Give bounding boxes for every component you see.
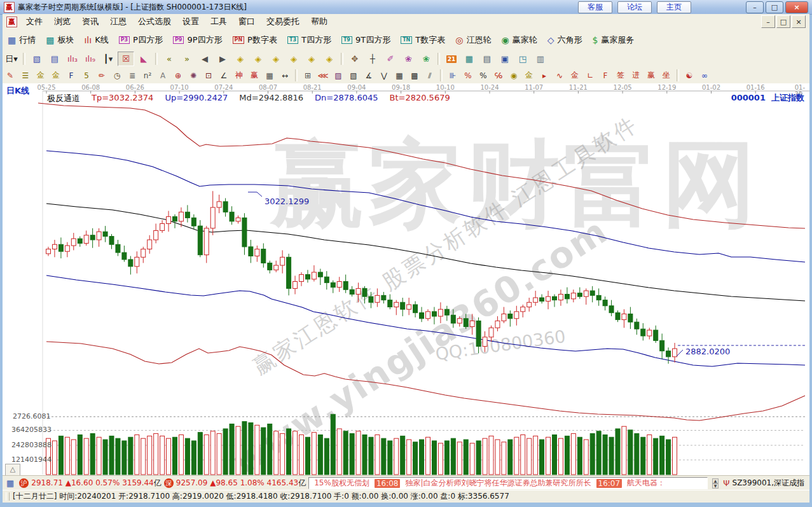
menu-8[interactable]: 交易委托 xyxy=(261,15,305,29)
tool-9t-square-button[interactable]: T99T四方形 xyxy=(336,32,396,48)
zoom-left-icon[interactable]: ◈ xyxy=(232,52,249,66)
gold-circle-tool[interactable]: ◉ xyxy=(507,69,521,82)
bar-width-tool[interactable]: ↔ xyxy=(278,69,292,82)
chart-area[interactable]: 日K线 05-2506-0806-2607-1007-2408-0708-210… xyxy=(3,83,809,475)
five-line-tool[interactable]: 5 xyxy=(79,69,94,82)
notepad-icon[interactable]: ▤ xyxy=(479,52,495,66)
dense-grid-tool[interactable]: ▦ xyxy=(392,69,407,82)
f-line-tool[interactable]: F xyxy=(64,69,79,82)
wave-ruler-tool[interactable]: ∿ xyxy=(553,69,567,82)
news-item[interactable]: 航天电器： xyxy=(627,478,665,489)
gann-comb-tool[interactable]: ☰ xyxy=(18,69,33,82)
percent-tool[interactable]: % xyxy=(476,69,491,82)
parallel-tool[interactable]: ⫽ xyxy=(423,69,437,82)
skip-first-icon[interactable]: « xyxy=(161,52,177,66)
fan-box-dark-tool[interactable]: ▧ xyxy=(347,69,361,82)
crosshair-tool-icon[interactable]: ┼ xyxy=(364,52,381,66)
volume-profile-tool[interactable]: ⊪ xyxy=(446,69,460,82)
cluster-purple-icon[interactable]: ❀ xyxy=(400,52,416,66)
step-forward-icon[interactable]: ▶ xyxy=(214,52,231,66)
price-grid-tool[interactable]: ▦ xyxy=(263,69,277,82)
angle-pen-icon[interactable]: ✐ xyxy=(382,52,399,66)
pencil-tool[interactable]: ✎ xyxy=(3,69,18,82)
gann-square-tool[interactable]: ⊡ xyxy=(202,69,216,82)
gann-frame-tool[interactable]: ⊞ xyxy=(301,69,315,82)
info-note-icon[interactable]: ▤ xyxy=(46,52,63,66)
tool-sectors-button[interactable]: ▩板块 xyxy=(41,32,79,48)
maximize-button[interactable]: □ xyxy=(766,1,783,13)
candle-style-icon[interactable]: ┃▾ xyxy=(100,52,116,66)
zoom-right-icon[interactable]: ◈ xyxy=(250,52,266,66)
news-timestamp[interactable]: 16:08 xyxy=(375,479,401,488)
gann-clock-tool[interactable]: ◷ xyxy=(110,69,125,82)
titlebar-button-1[interactable]: 论坛 xyxy=(617,1,652,13)
tool-t-square-button[interactable]: T3T四方形 xyxy=(282,32,336,48)
ratio-ruler-tool[interactable]: ≣ xyxy=(125,69,140,82)
infinity-icon[interactable]: ∞ xyxy=(698,69,712,82)
dense-grid2-tool[interactable]: ▩ xyxy=(408,69,422,82)
menu-0[interactable]: 文件 xyxy=(20,15,48,29)
calendar-icon[interactable]: 21 xyxy=(443,52,460,66)
menu-3[interactable]: 江恩 xyxy=(104,15,132,29)
tool-quotes-button[interactable]: ▦行情 xyxy=(3,32,41,48)
menu-4[interactable]: 公式选股 xyxy=(132,15,177,29)
chart-3-icon[interactable]: ılı₃ xyxy=(64,52,81,66)
pattern-window-icon[interactable]: ▧ xyxy=(29,52,45,66)
menu-2[interactable]: 资讯 xyxy=(76,15,104,29)
wave-v-tool[interactable]: ⋁ xyxy=(377,69,392,82)
jin-tool[interactable]: 进 xyxy=(629,69,643,82)
menu-5[interactable]: 设置 xyxy=(177,15,205,29)
qian-tool[interactable]: 签 xyxy=(614,69,628,82)
fan-box-purple-tool[interactable]: ▨ xyxy=(331,69,346,82)
flag-mark-tool[interactable]: ▸ xyxy=(537,69,552,82)
gold-section-tool[interactable]: 金 xyxy=(522,69,537,82)
percent-retrace-tool[interactable]: % xyxy=(461,69,476,82)
news-ticker[interactable]: 15%股权无偿划16:08独家|白金分析师刘晓宁将任华源证券总助兼研究所所长16… xyxy=(308,477,707,489)
news-item[interactable]: 15%股权无偿划 xyxy=(314,478,369,489)
mdi-restore-button[interactable]: □ xyxy=(776,15,790,28)
channel-indicator-toggle[interactable]: ☒ xyxy=(118,52,134,66)
titlebar-button-2[interactable]: 主页 xyxy=(657,1,691,13)
news-timestamp[interactable]: 16:07 xyxy=(596,479,623,488)
tool-gann-wheel-button[interactable]: ◎江恩轮 xyxy=(450,32,496,48)
menu-6[interactable]: 工具 xyxy=(205,15,233,29)
gann-target-tool[interactable]: ⊕ xyxy=(171,69,186,82)
mdi-minimize-button[interactable]: – xyxy=(761,15,775,28)
yinyang-icon[interactable]: ☯ xyxy=(682,69,697,82)
tool-9p-square-button[interactable]: P99P四方形 xyxy=(168,32,228,48)
quotes-grid-icon[interactable]: ▦ xyxy=(6,478,14,488)
step-back-icon[interactable]: ◀ xyxy=(196,52,213,66)
titlebar-button-0[interactable]: 客服 xyxy=(578,1,612,13)
skip-last-icon[interactable]: » xyxy=(179,52,195,66)
menu-9[interactable]: 帮助 xyxy=(305,15,333,29)
fit-all-icon[interactable]: ◈ xyxy=(321,52,338,66)
trend-angle-tool[interactable]: ∠ xyxy=(217,69,231,82)
printer-icon[interactable]: ▥ xyxy=(532,52,549,66)
mdi-close-button[interactable]: × xyxy=(792,15,806,28)
a-angle-tool[interactable]: A xyxy=(156,69,170,82)
period-selector[interactable]: 日▾ xyxy=(3,52,20,66)
chart-9-icon[interactable]: ılı₉ xyxy=(82,52,99,66)
pane-toggle-button[interactable]: △ xyxy=(5,464,20,475)
fan-lines-tool[interactable]: ⋘ xyxy=(316,69,331,82)
tool-service-button[interactable]: $赢家服务 xyxy=(587,32,639,48)
news-item[interactable]: 独家|白金分析师刘晓宁将任华源证券总助兼研究所所长 xyxy=(405,478,591,489)
f-red-tool[interactable]: F xyxy=(598,69,613,82)
hand-tool-icon[interactable]: ✥ xyxy=(347,52,363,66)
angle-l-tool[interactable]: ∟ xyxy=(583,69,598,82)
close-button[interactable]: × xyxy=(785,1,808,13)
expand-icon[interactable]: ◈ xyxy=(303,52,320,66)
shen-tool[interactable]: 神 xyxy=(232,69,247,82)
gold-band-tool[interactable]: 金 xyxy=(568,69,582,82)
compress-icon[interactable]: ◈ xyxy=(286,52,302,66)
ticker-spinner[interactable]: ▲ ▼ xyxy=(712,478,719,489)
brush-tool[interactable]: ✏ xyxy=(95,69,109,82)
menu-1[interactable]: 浏览 xyxy=(48,15,76,29)
menu-7[interactable]: 窗口 xyxy=(233,15,261,29)
tool-p-table-button[interactable]: PNP数字表 xyxy=(228,32,282,48)
color-pyramid-icon[interactable]: ◣ xyxy=(135,52,152,66)
tool-kline-button[interactable]: ılıK线 xyxy=(79,32,113,48)
tool-t-table-button[interactable]: TNT数字表 xyxy=(396,32,450,48)
cluster-green-icon[interactable]: ❀ xyxy=(418,52,434,66)
zuo-tool[interactable]: 坐 xyxy=(659,69,674,82)
